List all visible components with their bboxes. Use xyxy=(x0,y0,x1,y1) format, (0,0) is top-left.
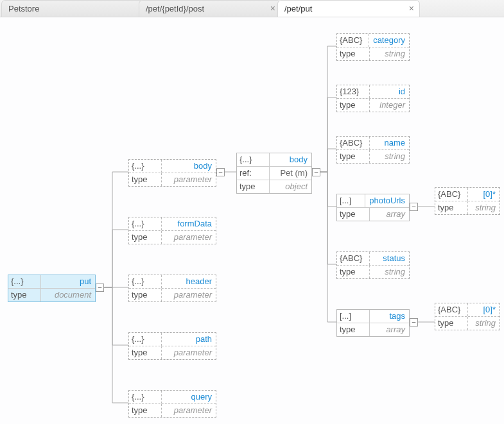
expand-toggle[interactable]: – xyxy=(410,318,418,326)
string-icon: {ABC} xyxy=(337,252,370,265)
row-key: type xyxy=(8,289,41,301)
string-icon: {ABC} xyxy=(337,34,369,47)
node-title: photoUrls xyxy=(365,194,409,207)
string-icon: {ABC} xyxy=(435,303,468,316)
node-title: category xyxy=(369,34,409,47)
row-key: type xyxy=(129,346,162,359)
row-value: parameter xyxy=(162,231,216,244)
row-value: document xyxy=(41,289,95,301)
node-title: [0]* xyxy=(468,188,500,201)
node-item-tags[interactable]: {ABC}[0]* typestring xyxy=(435,303,500,330)
row-value: parameter xyxy=(162,404,216,417)
object-icon: {...} xyxy=(8,275,41,288)
row-key: type xyxy=(435,201,468,214)
row-value: string xyxy=(370,266,409,278)
object-icon: {...} xyxy=(237,153,270,166)
row-key: type xyxy=(337,208,370,221)
node-title: id xyxy=(370,85,409,98)
row-value: object xyxy=(270,180,311,193)
object-icon: {...} xyxy=(129,391,162,403)
node-item-photourls[interactable]: {ABC}[0]* typestring xyxy=(435,187,500,215)
node-title: put xyxy=(41,275,95,288)
object-icon: {...} xyxy=(129,217,162,230)
node-title: header xyxy=(162,275,216,288)
object-icon: {...} xyxy=(129,333,162,346)
row-key: type xyxy=(129,173,162,186)
row-key: type xyxy=(237,180,270,193)
row-value: integer xyxy=(370,99,409,112)
row-key: ref: xyxy=(237,167,270,180)
node-prop-name[interactable]: {ABC}name typestring xyxy=(336,136,410,164)
row-key: type xyxy=(337,99,370,112)
row-value: string xyxy=(468,201,500,214)
number-icon: {123} xyxy=(337,85,370,98)
node-param-formdata[interactable]: {...}formData typeparameter xyxy=(128,217,216,244)
row-key: type xyxy=(337,47,370,60)
expand-toggle[interactable]: – xyxy=(96,284,104,292)
node-param-body[interactable]: {...}body typeparameter xyxy=(128,159,216,187)
node-param-header[interactable]: {...}header typeparameter xyxy=(128,275,216,302)
node-title: query xyxy=(162,391,216,403)
row-value: parameter xyxy=(162,173,216,186)
string-icon: {ABC} xyxy=(337,137,370,149)
node-body-object[interactable]: {...}body ref:Pet (m) typeobject xyxy=(236,153,312,194)
node-title: [0]* xyxy=(468,303,500,316)
node-title: path xyxy=(162,333,216,346)
row-key: type xyxy=(129,404,162,417)
row-key: type xyxy=(337,323,370,336)
node-param-query[interactable]: {...}query typeparameter xyxy=(128,390,216,418)
connector-lines xyxy=(0,0,504,424)
row-key: type xyxy=(337,150,370,163)
node-param-path[interactable]: {...}path typeparameter xyxy=(128,332,216,360)
node-prop-status[interactable]: {ABC}status typestring xyxy=(336,251,410,279)
expand-toggle[interactable]: – xyxy=(410,203,418,211)
node-title: tags xyxy=(370,310,409,323)
row-key: type xyxy=(129,289,162,301)
node-prop-tags[interactable]: [...]tags typearray xyxy=(336,309,410,337)
node-prop-photourls[interactable]: [...]photoUrls typearray xyxy=(336,194,410,221)
row-value: array xyxy=(370,323,409,336)
row-value: string xyxy=(370,47,409,60)
array-icon: [...] xyxy=(337,310,370,323)
row-value: array xyxy=(370,208,409,221)
diagram-canvas[interactable]: { "tabs": { "t0": {"label": "Petstore"},… xyxy=(0,0,504,424)
expand-toggle[interactable]: – xyxy=(216,168,225,176)
row-key: type xyxy=(129,231,162,244)
object-icon: {...} xyxy=(129,160,162,173)
node-title: body xyxy=(162,160,216,173)
node-title: formData xyxy=(162,217,216,230)
node-title: status xyxy=(370,252,409,265)
row-value: string xyxy=(370,150,409,163)
node-put[interactable]: {...}put typedocument xyxy=(8,275,96,302)
expand-toggle[interactable]: – xyxy=(312,168,320,176)
row-value: Pet (m) xyxy=(270,167,311,180)
node-title: body xyxy=(270,153,311,166)
string-icon: {ABC} xyxy=(435,188,468,201)
row-value: parameter xyxy=(162,346,216,359)
array-icon: [...] xyxy=(337,194,365,207)
row-key: type xyxy=(435,317,468,330)
node-prop-category[interactable]: {ABC}category typestring xyxy=(336,33,410,61)
row-value: string xyxy=(468,317,500,330)
node-title: name xyxy=(370,137,409,149)
object-icon: {...} xyxy=(129,275,162,288)
row-value: parameter xyxy=(162,289,216,301)
node-prop-id[interactable]: {123}id typeinteger xyxy=(336,85,410,112)
row-key: type xyxy=(337,266,370,278)
